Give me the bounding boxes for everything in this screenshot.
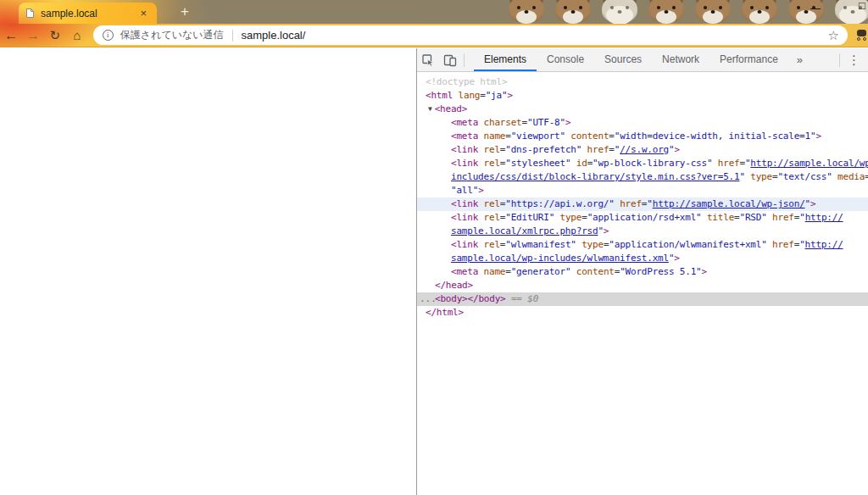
code-line[interactable]: ▼<head>	[417, 103, 868, 116]
forward-button[interactable]: →	[22, 25, 44, 47]
devtools-menu-icon[interactable]: ⋮	[840, 53, 868, 68]
code-line[interactable]: sample.local/wp-includes/wlwmanifest.xml…	[417, 252, 868, 265]
url-divider	[232, 30, 233, 42]
collapse-arrow-icon[interactable]: ▼	[428, 105, 432, 113]
info-icon[interactable]: i	[103, 30, 114, 41]
code-token: >	[674, 144, 679, 155]
code-token: charset	[478, 117, 521, 128]
code-line[interactable]: "all">	[417, 184, 868, 197]
code-line[interactable]: <link rel="EditURI" type="application/rs…	[417, 211, 868, 225]
code-token: <link	[451, 198, 478, 209]
back-button[interactable]: ←	[0, 25, 22, 47]
code-token: >	[507, 90, 512, 101]
devtools-tab-sources[interactable]: Sources	[594, 48, 652, 71]
code-token: <link	[451, 212, 478, 223]
code-line[interactable]: <link rel="stylesheet" id="wp-block-libr…	[417, 157, 868, 170]
maximize-button[interactable]: □	[854, 0, 868, 14]
code-token: <!doctype html>	[426, 76, 507, 87]
code-token: http://	[805, 212, 843, 223]
code-token: "RSD"	[740, 212, 767, 223]
expand-ellipsis-icon[interactable]: ...	[420, 292, 437, 306]
code-token: href	[615, 198, 642, 209]
code-line[interactable]: </head>	[417, 279, 868, 292]
code-token: "wp-block-library-css"	[593, 158, 712, 169]
code-token: sample.local/xmlrpc.php?rsd	[451, 225, 598, 236]
code-token: "application/rsd+xml"	[587, 212, 702, 223]
code-line[interactable]: includes/css/dist/block-library/style.mi…	[417, 170, 868, 184]
code-token: </head>	[435, 280, 473, 291]
code-line[interactable]: <link rel="wlwmanifest" type="applicatio…	[417, 238, 868, 252]
code-token: "application/wlwmanifest+xml"	[609, 239, 766, 250]
code-line[interactable]: <meta name="generator" content="WordPres…	[417, 265, 868, 279]
code-token: <body>	[435, 293, 468, 304]
code-line[interactable]: <meta charset="UTF-8">	[417, 116, 868, 130]
devtools-tab-console[interactable]: Console	[537, 48, 594, 71]
tab-strip: sample.local × + — □	[0, 0, 868, 24]
theme-dog-face	[693, 0, 732, 24]
extension-icon[interactable]	[855, 29, 868, 42]
inspect-element-icon[interactable]	[417, 49, 439, 71]
code-token: <html	[426, 90, 453, 101]
devtools-tab-network[interactable]: Network	[652, 48, 709, 71]
devtools-tab-elements[interactable]: Elements	[474, 48, 537, 71]
new-tab-button[interactable]: +	[172, 3, 198, 21]
home-button[interactable]: ⌂	[66, 25, 88, 47]
code-token: >	[815, 131, 821, 142]
code-token: "width=device-width, initial-scale=1"	[615, 131, 816, 142]
code-token: "viewport"	[511, 131, 565, 142]
minimize-button[interactable]: —	[808, 0, 823, 17]
code-token: media	[832, 171, 865, 182]
page-viewport	[0, 48, 417, 495]
code-token: <link	[451, 239, 478, 250]
toolbar-divider	[464, 53, 465, 67]
code-token: "ja"	[486, 90, 508, 101]
code-token: >	[810, 198, 815, 209]
code-token: "text/css"	[777, 171, 832, 182]
code-token: href	[767, 239, 794, 250]
devtools-panel: ElementsConsoleSourcesNetworkPerformance…	[417, 48, 868, 495]
tab-close-icon[interactable]: ×	[136, 7, 150, 19]
reload-button[interactable]: ↻	[44, 25, 66, 47]
code-token: rel	[478, 212, 500, 223]
code-line[interactable]: <!doctype html>	[417, 75, 868, 89]
code-token: "UTF-8"	[527, 117, 565, 128]
device-toolbar-icon[interactable]	[439, 49, 461, 71]
code-token: "dns-prefetch"	[505, 144, 581, 155]
code-token: includes/css/dist/block-library/style.mi…	[451, 171, 739, 182]
code-line[interactable]: <link rel="dns-prefetch" href="//s.w.org…	[417, 143, 868, 157]
code-line[interactable]: </html>	[417, 306, 868, 320]
theme-dog-face	[554, 0, 593, 24]
theme-dog-face	[600, 0, 639, 24]
code-line[interactable]: <meta name="viewport" content="width=dev…	[417, 130, 868, 143]
code-token: sample.local/wp-includes/wlwmanifest.xml	[451, 253, 669, 264]
code-token: content	[570, 266, 614, 277]
code-line[interactable]: sample.local/xmlrpc.php?rsd">	[417, 225, 868, 238]
code-line[interactable]: <html lang="ja">	[417, 89, 868, 103]
more-tabs-icon[interactable]: »	[788, 53, 811, 66]
browser-tab[interactable]: sample.local ×	[19, 3, 157, 24]
security-status-text[interactable]: 保護されていない通信	[120, 28, 224, 42]
theme-dog-face	[740, 0, 779, 24]
theme-dog-face	[507, 0, 546, 24]
devtools-code: <!doctype html><html lang="ja">▼<head><m…	[417, 72, 868, 495]
devtools-tab-performance[interactable]: Performance	[709, 48, 788, 71]
code-line[interactable]: <link rel="https://api.w.org/" href="htt…	[417, 197, 868, 211]
code-token: </body>	[468, 293, 506, 304]
code-token: <link	[451, 158, 478, 169]
code-token: type	[745, 171, 772, 182]
code-token: id	[570, 158, 587, 169]
code-token: >	[674, 253, 679, 264]
browser-toolbar: ← → ↻ ⌂ i 保護されていない通信 sample.local/ ☆	[0, 24, 868, 47]
bookmark-star-icon[interactable]: ☆	[828, 28, 839, 43]
code-token: >	[565, 117, 570, 128]
url-text[interactable]: sample.local/	[242, 29, 306, 42]
code-token: "https://api.w.org/"	[505, 198, 614, 209]
page-favicon-icon	[25, 8, 35, 19]
code-token: "stylesheet"	[505, 158, 570, 169]
code-token: rel	[478, 158, 500, 169]
code-line[interactable]: ...<body></body> == $0	[417, 292, 868, 306]
code-token: "wlwmanifest"	[505, 239, 576, 250]
code-token: >	[702, 266, 707, 277]
code-token: rel	[478, 144, 500, 155]
address-bar[interactable]: i 保護されていない通信 sample.local/ ☆	[93, 25, 848, 45]
